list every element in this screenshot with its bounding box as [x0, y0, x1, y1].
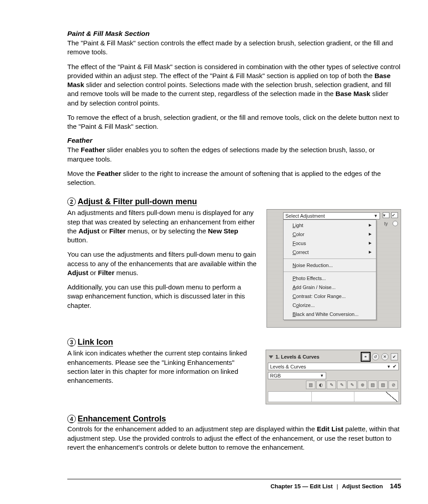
curves-toolstrip: ▥ ◐ ✎ ✎ ✎ ⊕ ▨ ▨ ⊘ — [268, 379, 399, 390]
channel-dropdown[interactable]: RGB ▼ — [268, 372, 326, 379]
menu-item-contrast-color-range[interactable]: Contrast: Color Range... — [284, 292, 376, 301]
heading-enhancement-controls: 4 Enhancement Controls — [67, 414, 401, 424]
paragraph: A link icon indicates whether the curren… — [67, 349, 258, 385]
delete-icon[interactable]: ✕ — [381, 353, 389, 360]
submenu-arrow-icon: ▶ — [369, 231, 371, 238]
eyedropper-white-icon[interactable]: ✎ — [327, 381, 336, 389]
text: or — [100, 227, 109, 235]
mnemonic: C — [293, 232, 296, 237]
chevron-down-icon: ▼ — [387, 364, 391, 369]
paragraph: You can use the adjustments and filters … — [67, 250, 258, 277]
term-adjust: Adjust — [79, 227, 100, 235]
heading-adjust-filter: 2 Adjust & Filter pull-down menu — [67, 197, 401, 206]
term-filter: Filter — [109, 227, 126, 235]
dropdown-value: RGB — [270, 373, 281, 378]
heading-label: Adjust & Filter pull-down menu — [78, 197, 197, 206]
footer-chapter: Chapter 15 — Edit List — [271, 483, 333, 490]
step-number-icon: 3 — [67, 338, 76, 346]
submenu-arrow-icon: ▶ — [369, 222, 371, 229]
tool-icon[interactable]: ▨ — [368, 381, 377, 389]
eyedropper-black-icon[interactable]: ✎ — [347, 381, 357, 389]
partial-label: ty — [384, 221, 388, 226]
heading-paint-fill: Paint & Fill Mask Section — [67, 30, 401, 38]
page-number: 145 — [390, 482, 401, 490]
term-filter: Filter — [98, 269, 114, 276]
step-number-icon: 4 — [67, 415, 76, 423]
step-number-icon: 2 — [67, 197, 76, 206]
adjustment-menu: Light▶ Color▶ Focus▶ Correct▶ Noise Redu… — [283, 219, 376, 320]
disclosure-triangle-icon[interactable] — [269, 355, 273, 359]
dropdown-arrow-icon: ▾ — [383, 212, 389, 218]
heading-label: Link Icon — [78, 337, 113, 347]
select-adjustment-dropdown[interactable]: Select Adjustment ▼ — [283, 212, 380, 219]
text: menus. — [114, 269, 138, 276]
text: slider enables you to soften the edges o… — [67, 146, 375, 162]
menu-item-noise-reduction[interactable]: Noise Reduction... — [284, 261, 376, 270]
enhancement-dropdown[interactable]: Levels & Curves ▼✔ — [268, 363, 399, 370]
menu-illustration: ▾✔ ty Select Adjustment ▼ Light▶ Color▶ … — [266, 209, 401, 328]
text: Move the — [67, 170, 97, 177]
mnemonic: A — [293, 285, 296, 290]
footer-separator: | — [336, 483, 338, 490]
histogram-icon[interactable]: ▥ — [306, 381, 315, 389]
mnemonic: B — [293, 311, 296, 317]
dropdown-label: Select Adjustment — [285, 213, 325, 219]
chevron-down-icon: ▼ — [320, 373, 324, 378]
text: Controls for the enhancement added to an… — [67, 425, 317, 433]
paragraph: To remove the effect of a brush, selecti… — [67, 113, 401, 131]
term-adjust: Adjust — [67, 269, 88, 276]
submenu-arrow-icon: ▶ — [369, 249, 371, 256]
mnemonic: P — [293, 276, 296, 281]
menu-item-focus[interactable]: Focus▶ — [284, 239, 376, 248]
curves-graph[interactable] — [268, 391, 399, 402]
menu-item-light[interactable]: Light▶ — [284, 221, 376, 230]
radio-icon — [393, 221, 398, 226]
submenu-arrow-icon: ▶ — [369, 240, 371, 247]
paragraph: An adjustments and filters pull-down men… — [67, 208, 258, 245]
dropdown-value: Levels & Curves — [270, 364, 306, 369]
heading-feather: Feather — [67, 136, 401, 145]
target-icon[interactable]: ⊕ — [358, 381, 367, 389]
text: menus, or by selecting the — [126, 227, 208, 235]
text: The effect of the "Paint & Fill Mask" se… — [67, 63, 400, 79]
chevron-down-icon: ▼ — [374, 214, 378, 218]
cancel-tool-icon[interactable]: ⊘ — [389, 381, 398, 389]
heading-link-icon: 3 Link Icon — [67, 337, 401, 347]
term-feather: Feather — [81, 146, 105, 153]
panel-illustration: 1. Levels & Curves ⚭ ↺ ✕ ✔ Levels & Curv… — [266, 350, 401, 404]
paragraph: The Feather slider enables you to soften… — [67, 145, 401, 164]
term-feather: Feather — [97, 170, 121, 177]
link-icon-highlight: ⚭ — [362, 353, 370, 361]
apply-icon[interactable]: ✔ — [391, 353, 398, 360]
link-icon[interactable]: ⚭ — [362, 353, 369, 360]
checkbox-icon: ✔ — [391, 212, 398, 218]
tool-icon[interactable]: ◐ — [316, 381, 326, 389]
term-base-mask: Base Mask — [336, 90, 371, 97]
eyedropper-gray-icon[interactable]: ✎ — [337, 381, 346, 389]
paragraph: Move the Feather slider to the right to … — [67, 169, 401, 188]
text: The — [67, 146, 81, 153]
mnemonic: C — [293, 294, 296, 299]
paragraph: The effect of the "Paint & Fill Mask" se… — [67, 62, 401, 108]
mnemonic: C — [293, 250, 296, 255]
menu-item-color[interactable]: Color▶ — [284, 230, 376, 239]
menu-item-photo-effects[interactable]: Photo Effects... — [284, 274, 376, 283]
term-new-step: New Step — [208, 227, 239, 235]
paragraph: Additionally, you can use this pull-down… — [67, 283, 258, 310]
menu-item-correct[interactable]: Correct▶ — [284, 248, 376, 257]
text: or — [88, 269, 98, 276]
menu-item-bw-conversion[interactable]: Black and White Conversion... — [284, 310, 376, 319]
tool-icon[interactable]: ▨ — [378, 381, 388, 389]
mnemonic: o — [296, 302, 299, 308]
checkbox-icon[interactable]: ✔ — [393, 364, 397, 369]
page-footer: Chapter 15 — Edit List | Adjust Section … — [67, 479, 401, 490]
footer-section: Adjust Section — [342, 483, 383, 490]
term-edit-list: Edit List — [317, 425, 343, 433]
reset-icon[interactable]: ↺ — [372, 353, 379, 360]
menu-item-add-grain[interactable]: Add Grain / Noise... — [284, 283, 376, 292]
paragraph: The "Paint & Fill Mask" section controls… — [67, 39, 401, 57]
text: You can use the adjustments and filters … — [67, 250, 257, 267]
document-page: Paint & Fill Mask Section The "Paint & F… — [0, 0, 428, 504]
menu-item-colorize[interactable]: Colorize... — [284, 301, 376, 310]
text: button. — [67, 236, 88, 244]
